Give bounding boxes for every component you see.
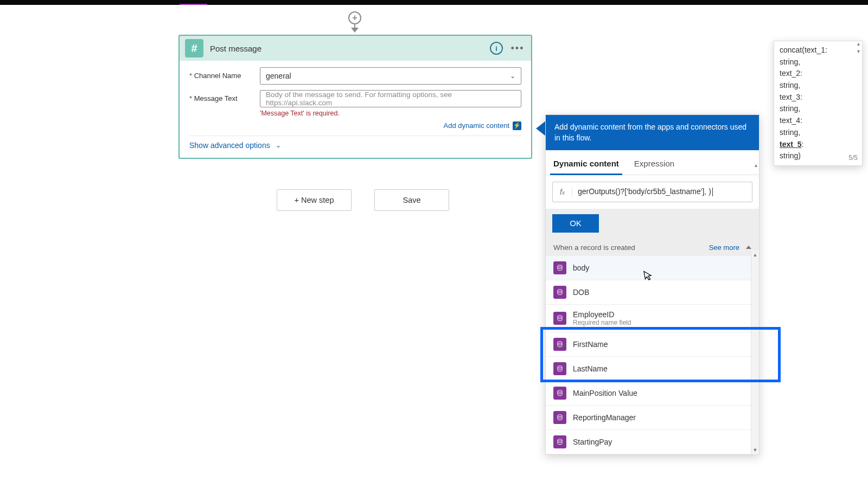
dynamic-field-item[interactable]: EmployeeIDRequired name field — [546, 305, 759, 332]
expression-input[interactable]: gerOutputs()?['body/cr5b5_lastname'], ) — [572, 187, 752, 196]
arrow-down-icon — [351, 28, 359, 33]
expression-value: gerOutputs()?['body/cr5b5_lastname'], ) — [578, 187, 711, 196]
row-message: * Message Text Body of the message to se… — [189, 90, 521, 130]
label-channel: * Channel Name — [189, 67, 260, 80]
ok-row: OK — [546, 209, 759, 239]
tooltip-line: string, — [780, 56, 857, 68]
expression-intellisense-tooltip: ▲▼ concat(text_1:string,text_2:string,te… — [774, 41, 863, 166]
dynamic-field-label: DOB — [573, 288, 589, 297]
list-scrollbar[interactable]: ▲ ▼ — [751, 251, 759, 454]
tooltip-line: text_5: — [780, 139, 857, 151]
dynamic-field-sublabel: Required name field — [573, 319, 631, 326]
database-icon — [553, 261, 566, 274]
dynamic-content-header: Add dynamic content from the apps and co… — [546, 115, 759, 150]
add-dynamic-text: Add dynamic content — [444, 121, 509, 130]
tooltip-line: string, — [780, 80, 857, 92]
card-header[interactable]: # Post message i ••• — [180, 36, 531, 61]
tab-expression[interactable]: Expression — [627, 153, 682, 175]
tooltip-spin-up-icon[interactable]: ▲▼ — [854, 41, 863, 56]
add-dynamic-content-link[interactable]: Add dynamic content ⚡ — [444, 121, 521, 130]
card-body: * Channel Name general ⌄ * Message Text … — [180, 61, 531, 158]
expression-input-row: fx gerOutputs()?['body/cr5b5_lastname'],… — [552, 182, 752, 202]
chevron-down-icon: ⌄ — [276, 142, 281, 149]
chevron-down-icon: ⌄ — [510, 72, 515, 80]
svg-point-0 — [558, 265, 562, 267]
label-channel-text: Channel Name — [194, 72, 241, 80]
svg-point-7 — [558, 439, 562, 441]
dynamic-group-header: When a record is created See more — [546, 239, 759, 256]
tab-dynamic-content[interactable]: Dynamic content — [546, 153, 627, 175]
add-step-circle-icon[interactable]: + — [348, 11, 361, 24]
info-icon[interactable]: i — [490, 42, 503, 55]
database-icon — [553, 362, 566, 375]
tooltip-line: text_4: — [780, 115, 857, 127]
more-menu-icon[interactable]: ••• — [509, 43, 526, 54]
database-icon — [553, 435, 566, 448]
callout-beak-icon — [536, 121, 546, 136]
dynamic-field-item[interactable]: LastName — [546, 357, 759, 381]
svg-point-3 — [558, 341, 562, 343]
tooltip-line: text_3: — [780, 92, 857, 104]
advanced-options-row: Show advanced options ⌄ — [189, 136, 521, 150]
svg-point-1 — [558, 289, 562, 291]
see-more-link[interactable]: See more — [709, 243, 751, 252]
dynamic-field-label: MainPosition Value — [573, 389, 637, 397]
flow-connector: + — [348, 11, 361, 33]
database-icon — [553, 312, 566, 325]
text-caret — [712, 188, 713, 196]
dynamic-field-item[interactable]: StartingPay — [546, 430, 759, 454]
channel-select[interactable]: general ⌄ — [260, 67, 521, 85]
save-button[interactable]: Save — [374, 189, 449, 211]
ok-button[interactable]: OK — [552, 214, 599, 233]
svg-point-5 — [558, 390, 562, 392]
designer-canvas: + # Post message i ••• * Channel Name ge… — [0, 5, 868, 488]
dynamic-field-label: LastName — [573, 364, 608, 373]
browser-topbar — [0, 0, 868, 5]
advanced-text: Show advanced options — [189, 141, 270, 150]
tooltip-line: concat(text_1: — [780, 44, 857, 56]
message-error: 'Message Text' is required. — [260, 110, 521, 117]
message-text-input[interactable]: Body of the message to send. For formatt… — [260, 90, 521, 107]
database-icon — [553, 411, 566, 424]
dynamic-content-tabs: Dynamic content Expression — [546, 150, 759, 175]
database-icon — [553, 286, 566, 299]
svg-point-2 — [558, 315, 562, 317]
message-placeholder: Body of the message to send. For formatt… — [266, 91, 515, 107]
dynamic-field-label: ReportingManager — [573, 413, 636, 422]
label-message: * Message Text — [189, 90, 260, 102]
new-step-button[interactable]: + New step — [277, 189, 352, 211]
dynamic-field-label: StartingPay — [573, 438, 612, 446]
channel-select-value: general — [266, 72, 291, 80]
dynamic-field-label: body — [573, 264, 589, 272]
group-title: When a record is created — [553, 243, 635, 252]
tooltip-line: string) — [780, 150, 857, 162]
triangle-up-icon — [746, 246, 751, 249]
tooltip-line: text_2: — [780, 68, 857, 80]
add-dynamic-row: Add dynamic content ⚡ — [260, 120, 521, 130]
panel-scroll-up-icon[interactable]: ▲ — [752, 163, 760, 172]
dynamic-fields-list: bodyDOBEmployeeIDRequired name fieldFirs… — [546, 256, 759, 454]
tooltip-line: string, — [780, 103, 857, 115]
tooltip-line: string, — [780, 127, 857, 139]
dynamic-field-label: EmployeeID — [573, 310, 631, 319]
show-advanced-options-link[interactable]: Show advanced options ⌄ — [189, 141, 281, 150]
svg-point-6 — [558, 414, 562, 416]
svg-point-4 — [558, 365, 562, 368]
see-more-text: See more — [709, 243, 739, 252]
dynamic-field-item[interactable]: DOB — [546, 280, 759, 305]
card-title: Post message — [210, 44, 483, 53]
tooltip-count: 5/5 — [848, 153, 858, 163]
footer-buttons: + New step Save — [277, 189, 449, 211]
dynamic-field-item[interactable]: FirstName — [546, 332, 759, 357]
dynamic-field-label: FirstName — [573, 340, 608, 349]
dynamic-field-item[interactable]: ReportingManager — [546, 406, 759, 430]
dynamic-field-item[interactable]: MainPosition Value — [546, 381, 759, 406]
scroll-down-icon[interactable]: ▼ — [753, 446, 758, 454]
database-icon — [553, 387, 566, 400]
dynamic-content-panel: Add dynamic content from the apps and co… — [545, 114, 760, 455]
database-icon — [553, 338, 566, 351]
slack-icon: # — [185, 39, 203, 57]
row-channel: * Channel Name general ⌄ — [189, 67, 521, 85]
scroll-up-icon[interactable]: ▲ — [753, 251, 758, 259]
label-message-text: Message Text — [194, 94, 238, 102]
